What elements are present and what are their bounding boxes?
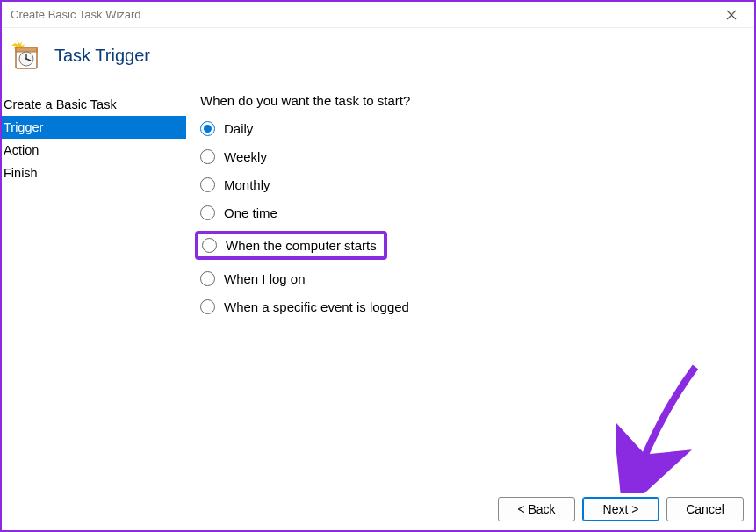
radio-icon xyxy=(200,121,215,136)
wizard-body: Create a Basic TaskTriggerActionFinish W… xyxy=(2,93,754,478)
svg-point-8 xyxy=(25,58,27,60)
titlebar: Create Basic Task Wizard xyxy=(2,2,754,28)
back-button[interactable]: < Back xyxy=(498,497,575,521)
trigger-option-label: When I log on xyxy=(224,271,306,286)
trigger-option-label: Daily xyxy=(224,121,253,136)
cancel-button[interactable]: Cancel xyxy=(666,497,744,521)
svg-rect-4 xyxy=(16,47,37,52)
radio-icon xyxy=(200,271,215,286)
trigger-option-label: Monthly xyxy=(224,177,270,192)
wizard-step[interactable]: Finish xyxy=(2,162,186,184)
wizard-header: Task Trigger xyxy=(2,28,754,93)
trigger-option[interactable]: When a specific event is logged xyxy=(200,297,745,316)
radio-icon xyxy=(200,177,215,192)
wizard-steps: Create a Basic TaskTriggerActionFinish xyxy=(2,93,186,478)
trigger-option[interactable]: Weekly xyxy=(200,147,745,166)
radio-icon xyxy=(200,149,215,164)
close-icon[interactable] xyxy=(714,3,749,27)
prompt-text: When do you want the task to start? xyxy=(200,93,745,108)
trigger-option[interactable]: When I log on xyxy=(200,269,745,288)
trigger-option-label: When a specific event is logged xyxy=(224,299,409,314)
highlight-box: When the computer starts xyxy=(195,231,387,260)
wizard-footer: < Back Next > Cancel xyxy=(498,497,744,521)
trigger-option-label: One time xyxy=(224,205,277,220)
trigger-option[interactable]: Monthly xyxy=(200,175,745,194)
trigger-option[interactable]: One time xyxy=(200,203,745,222)
page-title: Task Trigger xyxy=(54,46,150,66)
next-button[interactable]: Next > xyxy=(582,497,659,521)
wizard-step[interactable]: Trigger xyxy=(2,116,186,139)
radio-icon xyxy=(200,205,215,220)
trigger-option-label: When the computer starts xyxy=(226,238,377,253)
radio-icon xyxy=(200,299,215,314)
trigger-options: DailyWeeklyMonthlyOne timeWhen the compu… xyxy=(200,119,745,316)
wizard-step[interactable]: Action xyxy=(2,139,186,162)
trigger-option[interactable]: Daily xyxy=(200,119,745,138)
window-title: Create Basic Task Wizard xyxy=(11,8,714,21)
wizard-content: When do you want the task to start? Dail… xyxy=(186,93,754,478)
wizard-step[interactable]: Create a Basic Task xyxy=(2,93,186,116)
trigger-option[interactable]: When the computer starts xyxy=(202,238,377,253)
trigger-option-label: Weekly xyxy=(224,149,267,164)
clock-icon xyxy=(11,40,40,70)
radio-icon xyxy=(202,238,217,253)
